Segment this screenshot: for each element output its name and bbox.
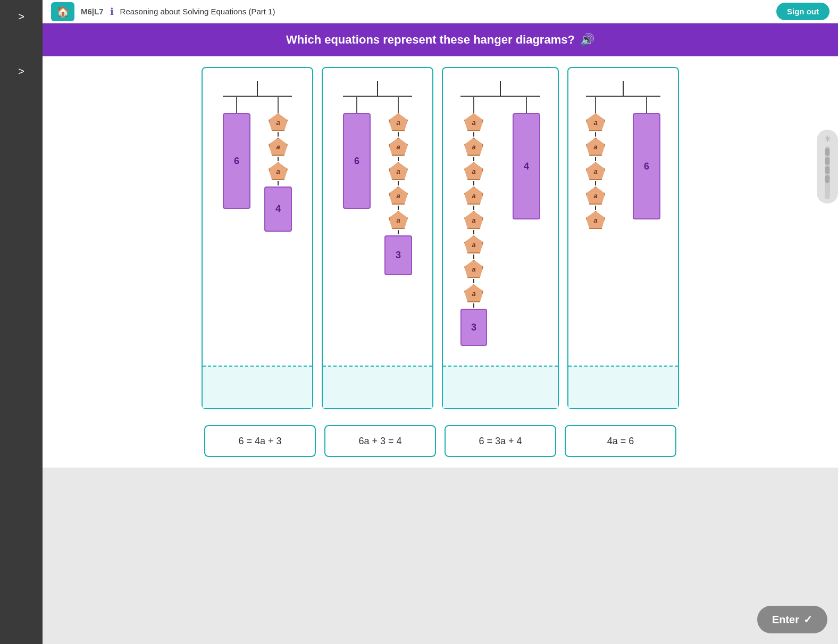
pentagon-chain-3: a a a a a (460, 113, 487, 346)
pentagon-3-1: a (464, 113, 483, 131)
left-rect-6: 6 (343, 113, 371, 209)
pentagon-1-3: a (269, 162, 288, 180)
question-text: Which equations represent these hanger d… (286, 33, 575, 47)
diagram-4[interactable]: a a a a a (567, 67, 679, 409)
right-arm: 4 (513, 97, 540, 346)
h-bar (223, 96, 292, 97)
pentagon-4-1: a (586, 113, 605, 131)
equations-area: 6 = 4a + 3 6a + 3 = 4 6 = 3a + 4 4a = 6 (43, 420, 838, 468)
equation-card-1[interactable]: 6 = 4a + 3 (204, 425, 316, 457)
pentagon-1-1: a (269, 113, 288, 131)
top-pole (257, 81, 258, 96)
bottom-rect-3b: 3 (460, 309, 487, 346)
bottom-rect-4: 4 (264, 187, 292, 232)
pentagon-2-1: a (389, 113, 408, 131)
equation-text-1: 6 = 4a + 3 (238, 436, 281, 447)
speaker-icon[interactable]: 🔊 (580, 33, 594, 47)
scroll-seg-3 (825, 166, 829, 174)
sidebar: > > (0, 0, 43, 644)
pentagon-3-5: a (464, 211, 483, 229)
diagram-3[interactable]: a a a a a (442, 67, 559, 409)
pentagon-2-2: a (389, 138, 408, 156)
left-arm-line (595, 97, 596, 113)
scroll-track[interactable] (825, 146, 830, 199)
header: 🏠 M6|L7 ℹ Reasoning about Solving Equati… (43, 0, 838, 23)
enter-label: Enter (772, 614, 799, 626)
diagram-1-lower[interactable] (203, 366, 312, 408)
diagram-4-lower[interactable] (568, 366, 678, 408)
diagram-3-lower[interactable] (443, 366, 558, 408)
pentagon-chain-4: a a a a a (586, 113, 605, 229)
scroll-seg-1 (825, 148, 829, 156)
right-arm-line (278, 97, 279, 113)
lesson-title: Reasoning about Solving Equations (Part … (120, 7, 770, 16)
scroll-star-icon: ✳ (824, 134, 831, 144)
right-arm-line (646, 97, 647, 113)
left-rect-6: 6 (223, 113, 250, 209)
scrollbar-widget[interactable]: ✳ (817, 130, 838, 204)
left-arm: a a a a a (460, 97, 487, 346)
equation-text-2: 6a + 3 = 4 (358, 436, 401, 447)
diagram-2-upper: 6 a a a (323, 68, 432, 366)
pentagon-4-3: a (586, 162, 605, 180)
bottom-bar: Enter ✓ (43, 468, 838, 644)
equation-card-2[interactable]: 6a + 3 = 4 (324, 425, 436, 457)
d1-hanger: 6 a a a (209, 81, 306, 232)
diagram-2-lower[interactable] (323, 366, 432, 408)
arm-row: a a a a a (460, 97, 540, 346)
chain-line (278, 132, 279, 137)
home-icon[interactable]: 🏠 (51, 2, 74, 21)
left-arm: a a a a a (586, 97, 605, 229)
diagram-4-upper: a a a a a (568, 68, 678, 366)
sidebar-toggle-2[interactable]: > (13, 60, 30, 83)
h-bar (586, 96, 660, 97)
lesson-label: M6|L7 (81, 7, 104, 16)
pentagon-2-3: a (389, 162, 408, 180)
right-rect-6: 6 (633, 113, 660, 219)
sign-out-button[interactable]: Sign out (776, 3, 829, 20)
equations-container: 6 = 4a + 3 6a + 3 = 4 6 = 3a + 4 4a = 6 (43, 420, 838, 468)
top-pole (623, 81, 624, 96)
pentagon-4-4: a (586, 187, 605, 205)
enter-check-icon: ✓ (803, 613, 812, 626)
arm-row: a a a a a (586, 97, 660, 229)
equation-text-3: 6 = 3a + 4 (479, 436, 522, 447)
top-pole (377, 81, 378, 96)
equation-card-3[interactable]: 6 = 3a + 4 (445, 425, 556, 457)
diagrams-container: 6 a a a (43, 56, 838, 420)
chain-line (278, 181, 279, 185)
left-arm: 6 (223, 97, 250, 232)
equation-card-4[interactable]: 4a = 6 (565, 425, 676, 457)
content-wrapper: Which equations represent these hanger d… (43, 23, 838, 644)
right-arm: 6 (633, 97, 660, 229)
d4-hanger: a a a a a (575, 81, 672, 229)
pentagon-1-2: a (269, 138, 288, 156)
scroll-seg-2 (825, 157, 829, 165)
pentagon-3-3: a (464, 162, 483, 180)
pentagon-3-4: a (464, 187, 483, 205)
d3-hanger: a a a a a (449, 81, 551, 346)
diagrams-area: 6 a a a (43, 56, 838, 420)
pentagon-2-5: a (389, 211, 408, 229)
info-icon[interactable]: ℹ (110, 6, 114, 18)
pentagon-chain-2: a a a a a (384, 113, 412, 275)
diagram-2[interactable]: 6 a a a (322, 67, 433, 409)
h-bar (460, 96, 540, 97)
enter-button[interactable]: Enter ✓ (757, 606, 827, 633)
right-rect-4: 4 (513, 113, 540, 219)
chain-line (278, 157, 279, 161)
arm-row: 6 a a a (343, 97, 412, 275)
pentagon-4-5: a (586, 211, 605, 229)
pentagon-3-6: a (464, 235, 483, 253)
diagram-1[interactable]: 6 a a a (202, 67, 313, 409)
question-header: Which equations represent these hanger d… (43, 23, 838, 56)
right-arm: a a a a a (384, 97, 412, 275)
d2-hanger: 6 a a a (329, 81, 426, 275)
pentagon-3-7: a (464, 260, 483, 278)
sidebar-toggle-1[interactable]: > (13, 5, 30, 28)
pentagon-3-8: a (464, 284, 483, 302)
right-arm-line (398, 97, 399, 113)
h-bar (343, 96, 412, 97)
scroll-seg-4 (825, 175, 829, 183)
pentagon-2-4: a (389, 187, 408, 205)
